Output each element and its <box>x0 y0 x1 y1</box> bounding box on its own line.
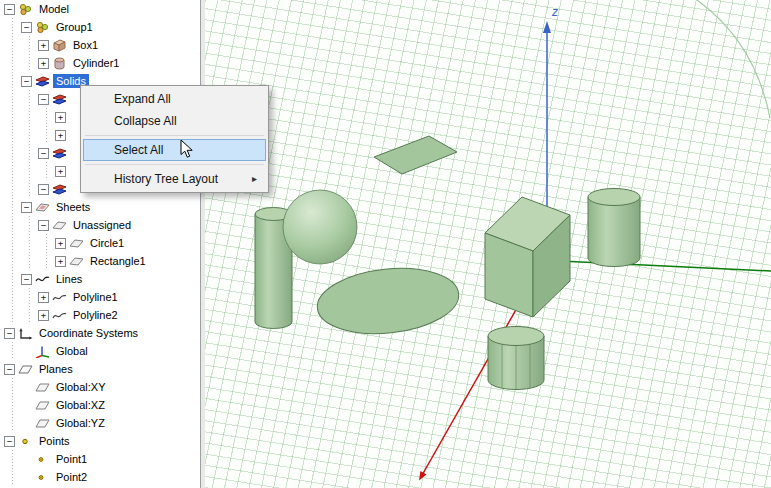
tree-item-label[interactable]: Planes <box>36 362 76 376</box>
collapse-expander-icon[interactable]: − <box>21 22 32 33</box>
small-cylinder-shape[interactable] <box>488 327 544 390</box>
tree-item-circle1[interactable]: +Circle1 <box>0 234 200 252</box>
sphere-shape[interactable] <box>283 190 357 264</box>
tree-item-label[interactable]: Point2 <box>53 470 90 484</box>
collapse-expander-icon[interactable]: − <box>21 274 32 285</box>
menu-separator <box>85 164 264 165</box>
tree-indent-guide <box>4 342 21 360</box>
collapse-expander-icon[interactable]: − <box>4 364 15 375</box>
tree-indent-guide <box>21 288 38 306</box>
expand-expander-icon[interactable]: + <box>38 292 49 303</box>
tree-item-global-xz[interactable]: Global:XZ <box>0 396 200 414</box>
tree-item-label[interactable]: Global:XZ <box>53 398 108 412</box>
tree-item-polyline2[interactable]: +Polyline2 <box>0 306 200 324</box>
tree-indent-guide <box>4 306 21 324</box>
tree-indent-guide <box>21 252 38 270</box>
tree-item-label[interactable]: Cylinder1 <box>70 56 122 70</box>
expand-expander-icon[interactable]: + <box>55 166 66 177</box>
tree-item-label[interactable]: Coordinate Systems <box>36 326 141 340</box>
tree-item-coordinate-systems[interactable]: −Coordinate Systems <box>0 324 200 342</box>
tree-item-label[interactable]: Box1 <box>70 38 101 52</box>
menu-item-expand-all[interactable]: Expand All <box>83 88 266 110</box>
collapse-expander-icon[interactable]: − <box>38 94 49 105</box>
material-icon <box>52 147 67 160</box>
menu-item-collapse-all[interactable]: Collapse All <box>83 110 266 132</box>
sheet-icon <box>69 237 84 250</box>
material-icon <box>52 93 67 106</box>
tree-item-cylinder1[interactable]: +Cylinder1 <box>0 54 200 72</box>
expand-expander-icon[interactable]: + <box>38 40 49 51</box>
collapse-expander-icon[interactable]: − <box>38 184 49 195</box>
tree-item-planes[interactable]: −Planes <box>0 360 200 378</box>
tree-item-label[interactable]: Global:YZ <box>53 416 108 430</box>
collapse-expander-icon[interactable]: − <box>38 148 49 159</box>
tree-item-rectangle1[interactable]: +Rectangle1 <box>0 252 200 270</box>
3d-viewport[interactable]: z <box>205 0 771 488</box>
expand-expander-icon[interactable]: + <box>55 112 66 123</box>
tree-item-point2[interactable]: Point2 <box>0 468 200 486</box>
expand-expander-icon[interactable]: + <box>38 310 49 321</box>
menu-item-history-tree-layout[interactable]: History Tree Layout▸ <box>83 168 266 190</box>
menu-item-select-all[interactable]: Select All <box>83 139 266 161</box>
tree-item-label[interactable]: Group1 <box>53 20 96 34</box>
mouse-cursor <box>180 139 195 159</box>
tree-item-global-yz[interactable]: Global:YZ <box>0 414 200 432</box>
tree-indent-guide <box>4 198 21 216</box>
right-cylinder-shape[interactable] <box>588 189 640 267</box>
plane-icon <box>35 417 50 430</box>
tree-item-label[interactable]: Model <box>36 2 72 16</box>
tree-item-label[interactable]: Sheets <box>53 200 93 214</box>
tree-item-label[interactable]: Point1 <box>53 452 90 466</box>
collapse-expander-icon[interactable]: − <box>21 76 32 87</box>
tree-item-label[interactable]: Polyline2 <box>70 308 121 322</box>
menu-item-label: Expand All <box>114 92 171 106</box>
tree-indent-guide <box>4 450 21 468</box>
tree-item-label[interactable]: Unassigned <box>70 218 134 232</box>
sheet-icon <box>69 255 84 268</box>
context-menu: Expand AllCollapse AllSelect AllHistory … <box>80 85 269 193</box>
expand-expander-icon[interactable]: + <box>38 58 49 69</box>
group-icon <box>35 21 50 34</box>
tree-item-label[interactable]: Points <box>36 434 73 448</box>
tree-item-box1[interactable]: +Box1 <box>0 36 200 54</box>
tree-indent-guide <box>21 36 38 54</box>
expand-expander-icon[interactable]: + <box>55 130 66 141</box>
tree-indent-guide <box>21 306 38 324</box>
tree-item-polyline1[interactable]: +Polyline1 <box>0 288 200 306</box>
collapse-expander-icon[interactable]: − <box>21 202 32 213</box>
tree-item-sheets[interactable]: −Sheets <box>0 198 200 216</box>
tree-item-point1[interactable]: Point1 <box>0 450 200 468</box>
tree-item-global-xy[interactable]: Global:XY <box>0 378 200 396</box>
collapse-expander-icon[interactable]: − <box>4 4 15 15</box>
tree-indent-guide <box>4 288 21 306</box>
collapse-expander-icon[interactable]: − <box>38 220 49 231</box>
flat-rectangle-shape[interactable] <box>374 136 457 174</box>
tree-item-label[interactable]: Circle1 <box>87 236 127 250</box>
collapse-expander-icon[interactable]: − <box>4 436 15 447</box>
expand-expander-icon[interactable]: + <box>55 238 66 249</box>
tree-item-group1[interactable]: −Group1 <box>0 18 200 36</box>
cylinder-icon <box>52 57 67 70</box>
tree-item-global[interactable]: Global <box>0 342 200 360</box>
tree-item-model[interactable]: −Model <box>0 0 200 18</box>
tree-item-label[interactable]: Global <box>53 344 91 358</box>
tree-item-lines[interactable]: −Lines <box>0 270 200 288</box>
tree-indent-guide <box>4 126 21 144</box>
tree-item-label[interactable]: Global:XY <box>53 380 109 394</box>
tree-indent-guide <box>4 414 21 432</box>
viewport-canvas: z <box>205 0 771 488</box>
box-shape[interactable] <box>485 197 570 317</box>
menu-item-label: Collapse All <box>114 114 177 128</box>
tree-item-label[interactable]: Lines <box>53 272 85 286</box>
tree-item-points[interactable]: −Points <box>0 432 200 450</box>
tree-indent-guide <box>21 108 38 126</box>
expand-expander-icon[interactable]: + <box>55 256 66 267</box>
collapse-expander-icon[interactable]: − <box>4 328 15 339</box>
tree-indent-guide <box>21 126 38 144</box>
tree-item-label[interactable]: Polyline1 <box>70 290 121 304</box>
tree-item-label[interactable]: Rectangle1 <box>87 254 149 268</box>
tree-indent-guide <box>38 108 55 126</box>
tree-item-unassigned[interactable]: −Unassigned <box>0 216 200 234</box>
polyline-icon <box>52 309 67 322</box>
flat-disc-shape[interactable] <box>314 262 462 340</box>
